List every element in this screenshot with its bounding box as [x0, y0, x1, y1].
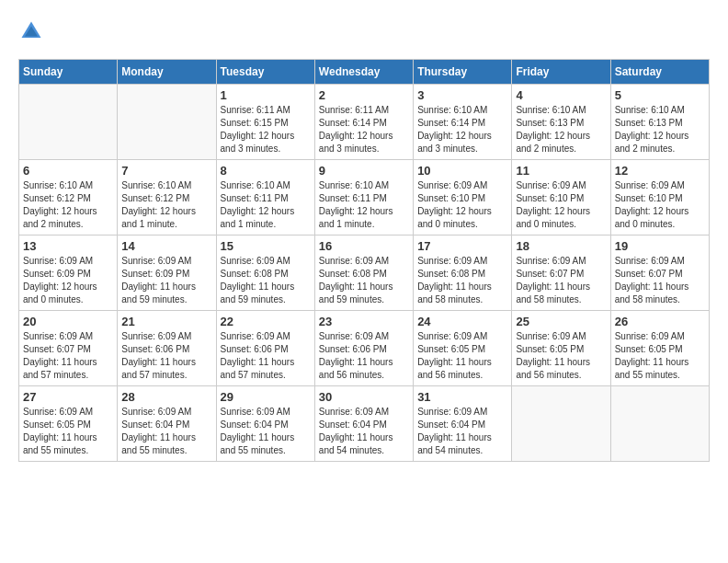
- day-info: Sunrise: 6:09 AM Sunset: 6:08 PM Dayligh…: [319, 255, 409, 306]
- day-info: Sunrise: 6:09 AM Sunset: 6:05 PM Dayligh…: [417, 330, 507, 382]
- weekday-header-thursday: Thursday: [414, 60, 512, 85]
- day-number: 13: [23, 239, 113, 253]
- day-info: Sunrise: 6:09 AM Sunset: 6:07 PM Dayligh…: [23, 330, 113, 382]
- day-info: Sunrise: 6:09 AM Sunset: 6:04 PM Dayligh…: [121, 406, 211, 457]
- day-info: Sunrise: 6:09 AM Sunset: 6:08 PM Dayligh…: [221, 255, 311, 306]
- weekday-header-wednesday: Wednesday: [314, 60, 413, 85]
- day-number: 30: [319, 390, 409, 404]
- calendar-cell: 24Sunrise: 6:09 AM Sunset: 6:05 PM Dayli…: [414, 311, 512, 386]
- day-info: Sunrise: 6:09 AM Sunset: 6:08 PM Dayligh…: [417, 255, 507, 306]
- day-number: 21: [121, 315, 211, 328]
- day-number: 20: [23, 315, 113, 328]
- day-info: Sunrise: 6:09 AM Sunset: 6:05 PM Dayligh…: [615, 330, 705, 382]
- weekday-header-row: SundayMondayTuesdayWednesdayThursdayFrid…: [19, 60, 710, 85]
- day-number: 17: [417, 239, 507, 253]
- day-number: 29: [221, 390, 311, 404]
- calendar-body: 1Sunrise: 6:11 AM Sunset: 6:15 PM Daylig…: [19, 85, 710, 462]
- calendar-cell: 23Sunrise: 6:09 AM Sunset: 6:06 PM Dayli…: [314, 311, 413, 386]
- calendar-cell: 1Sunrise: 6:11 AM Sunset: 6:15 PM Daylig…: [216, 85, 314, 160]
- weekday-header-friday: Friday: [512, 60, 610, 85]
- day-info: Sunrise: 6:09 AM Sunset: 6:04 PM Dayligh…: [221, 406, 311, 457]
- day-number: 11: [516, 164, 606, 178]
- day-number: 31: [417, 390, 507, 404]
- day-number: 9: [319, 164, 409, 178]
- day-info: Sunrise: 6:11 AM Sunset: 6:15 PM Dayligh…: [221, 104, 311, 155]
- day-number: 15: [221, 239, 311, 253]
- calendar-cell: 14Sunrise: 6:09 AM Sunset: 6:09 PM Dayli…: [118, 236, 216, 311]
- day-number: 19: [615, 239, 705, 253]
- calendar-week-3: 13Sunrise: 6:09 AM Sunset: 6:09 PM Dayli…: [19, 236, 710, 311]
- day-info: Sunrise: 6:09 AM Sunset: 6:06 PM Dayligh…: [121, 330, 211, 382]
- calendar-cell: 12Sunrise: 6:09 AM Sunset: 6:10 PM Dayli…: [610, 160, 709, 236]
- calendar-cell: 6Sunrise: 6:10 AM Sunset: 6:12 PM Daylig…: [19, 160, 118, 236]
- calendar-cell: 27Sunrise: 6:09 AM Sunset: 6:05 PM Dayli…: [19, 386, 118, 462]
- logo: [18, 18, 48, 44]
- day-info: Sunrise: 6:10 AM Sunset: 6:11 PM Dayligh…: [319, 179, 409, 231]
- day-info: Sunrise: 6:09 AM Sunset: 6:09 PM Dayligh…: [23, 255, 113, 306]
- day-info: Sunrise: 6:09 AM Sunset: 6:04 PM Dayligh…: [319, 406, 409, 457]
- day-info: Sunrise: 6:10 AM Sunset: 6:12 PM Dayligh…: [121, 179, 211, 231]
- day-info: Sunrise: 6:10 AM Sunset: 6:13 PM Dayligh…: [615, 104, 705, 155]
- logo-icon: [18, 18, 44, 44]
- weekday-header-tuesday: Tuesday: [216, 60, 314, 85]
- calendar-week-1: 1Sunrise: 6:11 AM Sunset: 6:15 PM Daylig…: [19, 85, 710, 160]
- day-info: Sunrise: 6:09 AM Sunset: 6:04 PM Dayligh…: [417, 406, 507, 457]
- calendar-cell: 19Sunrise: 6:09 AM Sunset: 6:07 PM Dayli…: [610, 236, 709, 311]
- day-number: 23: [319, 315, 409, 328]
- day-info: Sunrise: 6:09 AM Sunset: 6:09 PM Dayligh…: [121, 255, 211, 306]
- day-info: Sunrise: 6:09 AM Sunset: 6:10 PM Dayligh…: [615, 179, 705, 231]
- page-header: [18, 18, 710, 44]
- day-number: 14: [121, 239, 211, 253]
- day-info: Sunrise: 6:09 AM Sunset: 6:05 PM Dayligh…: [516, 330, 606, 382]
- calendar-cell: 5Sunrise: 6:10 AM Sunset: 6:13 PM Daylig…: [610, 85, 709, 160]
- day-number: 2: [319, 88, 409, 102]
- calendar-cell: [512, 386, 610, 462]
- weekday-header-monday: Monday: [118, 60, 216, 85]
- calendar-cell: [118, 85, 216, 160]
- calendar-cell: 7Sunrise: 6:10 AM Sunset: 6:12 PM Daylig…: [118, 160, 216, 236]
- day-info: Sunrise: 6:10 AM Sunset: 6:13 PM Dayligh…: [516, 104, 606, 155]
- day-number: 6: [23, 164, 113, 178]
- calendar-cell: 4Sunrise: 6:10 AM Sunset: 6:13 PM Daylig…: [512, 85, 610, 160]
- calendar-cell: 31Sunrise: 6:09 AM Sunset: 6:04 PM Dayli…: [414, 386, 512, 462]
- calendar-cell: 26Sunrise: 6:09 AM Sunset: 6:05 PM Dayli…: [610, 311, 709, 386]
- day-number: 5: [615, 88, 705, 102]
- day-info: Sunrise: 6:09 AM Sunset: 6:10 PM Dayligh…: [516, 179, 606, 231]
- day-info: Sunrise: 6:10 AM Sunset: 6:12 PM Dayligh…: [23, 179, 113, 231]
- day-number: 8: [221, 164, 311, 178]
- day-number: 12: [615, 164, 705, 178]
- day-info: Sunrise: 6:10 AM Sunset: 6:14 PM Dayligh…: [417, 104, 507, 155]
- calendar-cell: 21Sunrise: 6:09 AM Sunset: 6:06 PM Dayli…: [118, 311, 216, 386]
- day-number: 27: [23, 390, 113, 404]
- day-info: Sunrise: 6:09 AM Sunset: 6:10 PM Dayligh…: [417, 179, 507, 231]
- calendar-cell: [610, 386, 709, 462]
- day-number: 3: [417, 88, 507, 102]
- day-info: Sunrise: 6:10 AM Sunset: 6:11 PM Dayligh…: [221, 179, 311, 231]
- calendar-cell: 20Sunrise: 6:09 AM Sunset: 6:07 PM Dayli…: [19, 311, 118, 386]
- day-number: 28: [121, 390, 211, 404]
- calendar-week-2: 6Sunrise: 6:10 AM Sunset: 6:12 PM Daylig…: [19, 160, 710, 236]
- calendar-cell: 22Sunrise: 6:09 AM Sunset: 6:06 PM Dayli…: [216, 311, 314, 386]
- calendar-cell: 18Sunrise: 6:09 AM Sunset: 6:07 PM Dayli…: [512, 236, 610, 311]
- calendar-week-4: 20Sunrise: 6:09 AM Sunset: 6:07 PM Dayli…: [19, 311, 710, 386]
- calendar-cell: 17Sunrise: 6:09 AM Sunset: 6:08 PM Dayli…: [414, 236, 512, 311]
- day-number: 18: [516, 239, 606, 253]
- day-number: 7: [121, 164, 211, 178]
- calendar-table: SundayMondayTuesdayWednesdayThursdayFrid…: [18, 59, 710, 462]
- calendar-cell: 28Sunrise: 6:09 AM Sunset: 6:04 PM Dayli…: [118, 386, 216, 462]
- calendar-cell: 2Sunrise: 6:11 AM Sunset: 6:14 PM Daylig…: [314, 85, 413, 160]
- day-number: 26: [615, 315, 705, 328]
- day-number: 1: [221, 88, 311, 102]
- day-info: Sunrise: 6:11 AM Sunset: 6:14 PM Dayligh…: [319, 104, 409, 155]
- calendar-cell: 9Sunrise: 6:10 AM Sunset: 6:11 PM Daylig…: [314, 160, 413, 236]
- weekday-header-saturday: Saturday: [610, 60, 709, 85]
- weekday-header-sunday: Sunday: [19, 60, 118, 85]
- calendar-cell: 30Sunrise: 6:09 AM Sunset: 6:04 PM Dayli…: [314, 386, 413, 462]
- calendar-cell: 16Sunrise: 6:09 AM Sunset: 6:08 PM Dayli…: [314, 236, 413, 311]
- day-number: 4: [516, 88, 606, 102]
- calendar-cell: [19, 85, 118, 160]
- day-number: 24: [417, 315, 507, 328]
- calendar-cell: 15Sunrise: 6:09 AM Sunset: 6:08 PM Dayli…: [216, 236, 314, 311]
- day-info: Sunrise: 6:09 AM Sunset: 6:07 PM Dayligh…: [615, 255, 705, 306]
- day-number: 16: [319, 239, 409, 253]
